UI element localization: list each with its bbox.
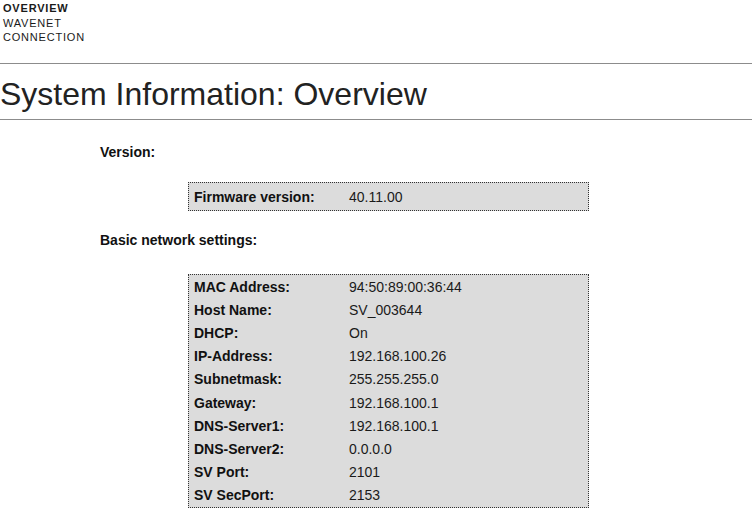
info-label: SV Port:	[189, 464, 349, 480]
info-value: 192.168.100.26	[349, 348, 446, 364]
info-row-firmware: Firmware version: 40.11.00	[189, 183, 588, 210]
info-label: Host Name:	[189, 302, 349, 318]
section-heading-network: Basic network settings:	[100, 232, 257, 248]
page-title: System Information: Overview	[0, 76, 427, 113]
info-label: SV SecPort:	[189, 487, 349, 503]
info-label: Firmware version:	[189, 189, 349, 205]
info-label: IP-Address:	[189, 348, 349, 364]
info-label: MAC Address:	[189, 279, 349, 295]
info-row-mac-address: MAC Address: 94:50:89:00:36:44	[189, 275, 588, 298]
info-row-dns-server2: DNS-Server2: 0.0.0.0	[189, 437, 588, 460]
info-value: 94:50:89:00:36:44	[349, 279, 462, 295]
version-info-box: Firmware version: 40.11.00	[188, 182, 589, 211]
info-value: 255.255.255.0	[349, 371, 439, 387]
info-row-gateway: Gateway: 192.168.100.1	[189, 391, 588, 414]
info-row-sv-secport: SV SecPort: 2153	[189, 484, 588, 507]
nav-item-connection[interactable]: CONNECTION	[3, 30, 85, 45]
info-value: 192.168.100.1	[349, 418, 439, 434]
info-label: DNS-Server1:	[189, 418, 349, 434]
info-value: On	[349, 325, 368, 341]
title-rule-bottom	[0, 119, 752, 120]
network-settings-box: MAC Address: 94:50:89:00:36:44 Host Name…	[188, 274, 589, 508]
section-heading-version: Version:	[100, 144, 155, 160]
title-rule-top	[0, 63, 752, 64]
info-row-dhcp: DHCP: On	[189, 321, 588, 344]
info-value: SV_003644	[349, 302, 422, 318]
top-navigation: OVERVIEW WAVENET CONNECTION	[3, 1, 85, 45]
info-value: 2153	[349, 487, 380, 503]
nav-item-wavenet[interactable]: WAVENET	[3, 16, 85, 31]
info-value: 40.11.00	[349, 189, 402, 205]
info-value: 0.0.0.0	[349, 441, 392, 457]
info-label: Subnetmask:	[189, 371, 349, 387]
info-label: Gateway:	[189, 395, 349, 411]
info-label: DHCP:	[189, 325, 349, 341]
nav-item-overview[interactable]: OVERVIEW	[3, 1, 85, 16]
info-row-ip-address: IP-Address: 192.168.100.26	[189, 345, 588, 368]
info-value: 2101	[349, 464, 380, 480]
info-row-host-name: Host Name: SV_003644	[189, 298, 588, 321]
info-value: 192.168.100.1	[349, 395, 439, 411]
info-label: DNS-Server2:	[189, 441, 349, 457]
info-row-subnetmask: Subnetmask: 255.255.255.0	[189, 368, 588, 391]
info-row-sv-port: SV Port: 2101	[189, 461, 588, 484]
info-row-dns-server1: DNS-Server1: 192.168.100.1	[189, 414, 588, 437]
